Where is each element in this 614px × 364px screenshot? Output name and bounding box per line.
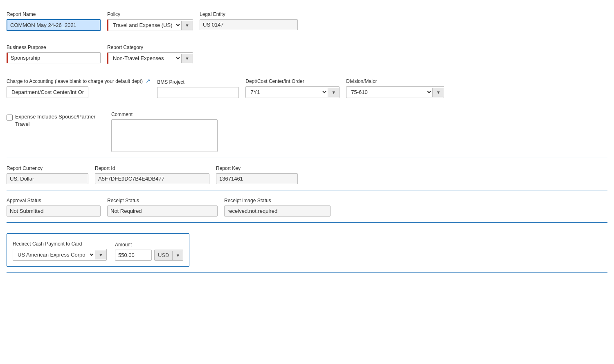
comment-group: Comment [111,112,218,152]
amount-label: Amount [115,242,183,248]
dept-cost-center-select[interactable]: 7Y1 [246,87,328,98]
expense-spouse-checkbox[interactable] [7,114,13,121]
policy-select[interactable]: Travel and Expense (US) [108,20,181,31]
legal-entity-input [200,19,298,30]
business-purpose-label: Business Purpose [7,45,101,50]
report-id-group: Report Id [95,165,209,184]
comment-label: Comment [111,112,218,117]
report-key-group: Report Key [216,165,298,184]
receipt-status-label: Receipt Status [107,198,218,203]
approval-status-label: Approval Status [7,198,101,203]
report-id-input [95,173,209,184]
redirect-cash-group: Redirect Cash Payment to Card US America… [13,241,107,261]
currency-select-wrap[interactable]: USD ▼ [154,250,183,261]
division-major-group: Division/Major 75-610 ▼ [346,78,444,98]
expense-spouse-label: Expense Includes Spouse/Partner Travel [15,113,105,128]
report-name-group: Report Name [7,11,101,31]
bms-project-label: BMS Project [157,79,239,85]
receipt-image-status-input [224,205,331,217]
division-major-label: Division/Major [346,78,444,84]
report-category-label: Report Category [107,45,193,50]
dept-cost-center-dropdown-icon[interactable]: ▼ [328,88,339,97]
redirect-cash-select[interactable]: US American Express Corpor [13,249,95,260]
report-id-label: Report Id [95,165,209,171]
division-major-dropdown-icon[interactable]: ▼ [432,88,444,97]
business-section: Business Purpose Report Category Non-Tra… [7,37,607,70]
report-name-label: Report Name [7,11,101,17]
division-major-select-wrap[interactable]: 75-610 ▼ [346,86,444,98]
amount-wrap: USD ▼ [115,250,183,261]
accounting-section: Charge to Accounting (leave blank to cha… [7,70,607,104]
receipt-status-input [107,205,218,217]
approval-status-group: Approval Status [7,198,101,217]
policy-select-wrap[interactable]: Travel and Expense (US) ▼ [107,19,193,31]
charge-accounting-select-wrap[interactable]: Department/Cost Center/Int Or ▼ [7,86,88,98]
report-category-select-wrap[interactable]: Non-Travel Expenses ▼ [107,52,193,64]
policy-dropdown-icon[interactable]: ▼ [181,21,193,30]
legal-entity-group: Legal Entity [200,11,298,30]
division-major-select[interactable]: 75-610 [346,87,432,98]
bms-project-input[interactable] [157,87,239,98]
report-key-label: Report Key [216,165,298,171]
report-ids-section: Report Currency Report Id Report Key [7,158,607,190]
policy-label: Policy [107,11,193,17]
status-section: Approval Status Receipt Status Receipt I… [7,190,607,223]
receipt-status-group: Receipt Status [107,198,218,217]
report-category-dropdown-icon[interactable]: ▼ [181,54,193,63]
currency-dropdown-icon[interactable]: ▼ [172,251,183,260]
legal-entity-label: Legal Entity [200,11,298,17]
amount-group: Amount USD ▼ [115,242,183,261]
report-currency-group: Report Currency [7,165,88,184]
business-purpose-input[interactable] [7,52,101,63]
charge-accounting-group: Charge to Accounting (leave blank to cha… [7,78,151,98]
redirect-cash-label: Redirect Cash Payment to Card [13,241,107,247]
report-name-input[interactable] [7,19,101,31]
amount-input[interactable] [115,250,152,261]
help-icon[interactable]: ↗ [146,78,151,84]
dept-cost-center-label: Dept/Cost Center/Int Order [245,78,340,84]
report-category-select[interactable]: Non-Travel Expenses [108,53,181,64]
report-info-section: Report Name Policy Travel and Expense (U… [7,4,607,37]
redirect-box: Redirect Cash Payment to Card US America… [7,233,189,267]
charge-accounting-label: Charge to Accounting (leave blank to cha… [7,78,151,84]
redirect-cash-select-wrap[interactable]: US American Express Corpor ▼ [13,249,107,261]
dept-cost-center-group: Dept/Cost Center/Int Order 7Y1 ▼ [245,78,340,98]
redirect-section: Redirect Cash Payment to Card US America… [7,223,607,273]
business-purpose-group: Business Purpose [7,45,101,63]
receipt-image-status-group: Receipt Image Status [224,198,331,217]
expense-spouse-group: Expense Includes Spouse/Partner Travel [7,112,105,129]
currency-label: USD [155,250,172,260]
redirect-cash-dropdown-icon[interactable]: ▼ [95,250,106,259]
charge-accounting-select[interactable]: Department/Cost Center/Int Or [7,87,88,98]
report-category-group: Report Category Non-Travel Expenses ▼ [107,45,193,64]
comment-textarea[interactable] [111,119,218,152]
bms-project-group: BMS Project [157,79,239,98]
dept-cost-center-select-wrap[interactable]: 7Y1 ▼ [245,86,340,98]
approval-status-input [7,205,101,217]
report-currency-label: Report Currency [7,165,88,171]
expense-comment-section: Expense Includes Spouse/Partner Travel C… [7,104,607,158]
policy-group: Policy Travel and Expense (US) ▼ [107,11,193,31]
receipt-image-status-label: Receipt Image Status [224,198,331,203]
report-key-input [216,173,298,184]
report-currency-input [7,173,88,184]
